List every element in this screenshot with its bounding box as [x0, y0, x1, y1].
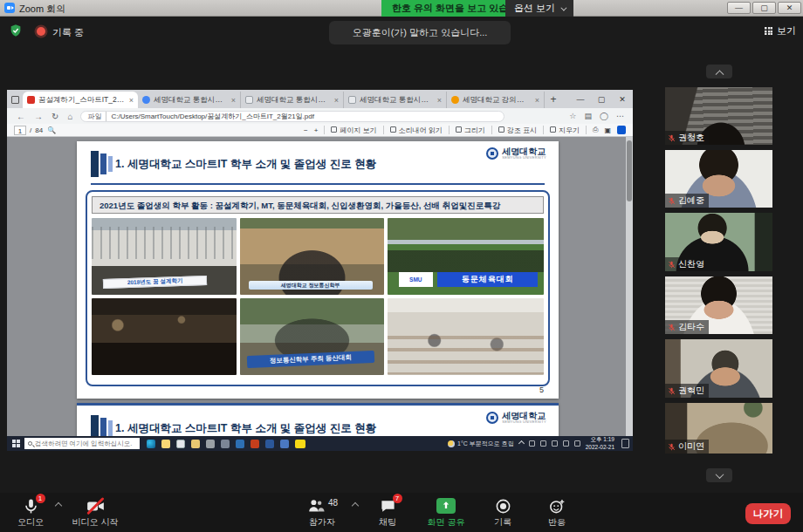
pdf-page-area: 1. 세명대학교 스마트IT 학부 소개 및 졸업생 진로 현황 세명대학교SE… — [7, 137, 633, 436]
url-path: C:/Users/SmartTouch/Desktop/꿈설계하기_스마트IT_… — [111, 112, 314, 121]
participant-video-tile[interactable]: 권청호 — [665, 87, 772, 145]
view-options-label: 옵션 보기 — [514, 3, 555, 13]
pdf-page-view-button: 페이지 보기 — [331, 126, 376, 135]
slide-title: 1. 세명대학교 스마트IT 학부 소개 및 졸업생 진로 현황 — [115, 157, 376, 172]
participant-video-tile[interactable]: 이미연 — [665, 403, 772, 454]
slide-header: 1. 세명대학교 스마트IT 학부 소개 및 졸업생 진로 현황 세명대학교SE… — [77, 141, 559, 185]
chat-button[interactable]: 7 채팅 — [367, 496, 408, 529]
reactions-label: 반응 — [548, 516, 566, 529]
zoom-in-icon: + — [314, 126, 319, 134]
pdf-draw-button: 그리기 — [456, 126, 485, 135]
store-icon — [176, 440, 185, 448]
more-options-icon: ⋯ — [616, 112, 624, 120]
participants-scroll-down-button[interactable] — [706, 468, 732, 482]
record-icon — [495, 498, 511, 515]
video-player-icon — [265, 440, 274, 448]
draw-icon — [456, 126, 462, 133]
participant-namebar: 김타수 — [665, 320, 709, 334]
participants-options-chevron[interactable] — [352, 502, 359, 509]
display-tray-icon — [552, 440, 558, 447]
participant-namebar: 김예중 — [665, 194, 709, 208]
address-field: 파일 C:/Users/SmartTouch/Desktop/꿈설계하기_스마트… — [80, 111, 504, 122]
participants-count: 48 — [328, 498, 338, 508]
browser-tab-pdf: 꿈설계하기_스마트IT_2월21일 × — [23, 92, 138, 108]
muted-mic-icon — [668, 197, 676, 205]
audio-button[interactable]: 1 오디오 — [9, 496, 52, 529]
kakaotalk-icon — [295, 440, 305, 448]
pdf-scrollbar-thumb — [627, 140, 632, 201]
powerpoint-icon — [251, 440, 259, 448]
photo-banner: 세명대학교 정보통신학부 — [249, 281, 373, 290]
page-favicon-icon — [245, 96, 253, 104]
home-icon: ⌂ — [67, 112, 72, 121]
photo-alumni-sports: SMU 동문체육대회 — [388, 218, 544, 295]
participant-name: 김타수 — [678, 321, 704, 333]
photo-banner: 동문체육대회 — [437, 272, 537, 287]
view-options-button[interactable]: 옵션 보기 — [505, 0, 573, 17]
participants-label: 참가자 — [309, 516, 335, 529]
participants-button[interactable]: 48 참가자 — [297, 496, 347, 529]
erase-icon — [550, 126, 556, 133]
weather-widget: 1°C 부분적으로 흐림 — [448, 440, 514, 448]
reactions-button[interactable]: 반응 — [535, 496, 579, 529]
share-screen-button[interactable]: 화면 공유 — [421, 496, 471, 529]
browser-tabstrip: 꿈설계하기_스마트IT_2월21일 × 세명대학교 통합시스템 - G × 세명… — [7, 90, 633, 108]
tab-label: 세명대학교 통합시스템 로그인 — [257, 95, 331, 106]
view-layout-label: 보기 — [777, 25, 796, 36]
participant-video-tile[interactable]: 신찬영 — [665, 213, 772, 271]
participant-video-tile[interactable]: 김타수 — [665, 276, 772, 334]
pdf-search-icon: 🔍 — [47, 126, 56, 134]
participant-namebar: 이미연 — [665, 440, 709, 454]
university-name-en: SEMYUNG UNIVERSITY — [502, 156, 546, 160]
chat-label: 채팅 — [379, 516, 396, 529]
minimize-button[interactable]: — — [727, 2, 751, 14]
tab-label: 세명대학교 통합시스템 (2017) — [360, 95, 434, 106]
network-icon — [563, 440, 569, 447]
muted-mic-icon — [668, 387, 676, 395]
participant-name: 권청호 — [678, 132, 704, 144]
audio-options-chevron[interactable] — [55, 502, 62, 509]
forward-icon: → — [34, 112, 43, 121]
page-separator: / — [30, 126, 31, 134]
shared-screen-video: 꿈설계하기_스마트IT_2월21일 × 세명대학교 통합시스템 - G × 세명… — [7, 90, 633, 451]
participant-video-tile[interactable]: 권혁민 — [665, 339, 772, 398]
refresh-icon: ↻ — [51, 112, 58, 121]
word-icon — [236, 440, 244, 448]
shared-windows-taskbar: 1°C 부분적으로 흐림 오후 1:192022-02-21 — [7, 436, 633, 451]
start-video-button[interactable]: 비디오 시작 — [66, 496, 124, 529]
browser-tab-2: 세명대학교 통합시스템 - G × — [138, 92, 241, 108]
tab-close-icon: × — [231, 96, 236, 105]
snip-tool-icon — [206, 440, 215, 448]
window-title: Zoom 회의 — [19, 3, 65, 16]
view-layout-button[interactable]: 보기 — [765, 24, 796, 38]
new-tab-icon: + — [545, 92, 562, 108]
window-controls: — ▢ ✕ — [727, 2, 801, 14]
weather-icon — [448, 440, 455, 447]
leave-meeting-button[interactable]: 나가기 — [745, 503, 791, 524]
windows-start-icon — [7, 436, 24, 451]
security-shield-icon[interactable] — [9, 24, 23, 38]
zoom-app-icon — [4, 3, 15, 13]
collections-icon: ▤ — [584, 112, 592, 120]
tab-label: 꿈설계하기_스마트IT_2월21일 — [38, 95, 126, 106]
participant-video-tile[interactable]: 김예중 — [665, 150, 772, 208]
pdf-page-total: 84 — [35, 126, 43, 134]
taskbar-clock: 오후 1:192022-02-21 — [586, 436, 614, 450]
pdf-scrollbar — [626, 137, 633, 436]
settings-icon — [221, 440, 230, 448]
close-button[interactable]: ✕ — [778, 2, 801, 14]
record-button[interactable]: 기록 — [483, 496, 523, 529]
pdf-slide-page-6: 1. 세명대학교 스마트IT 학부 소개 및 졸업생 진로 현황 세명대학교SE… — [77, 403, 559, 436]
start-video-label: 비디오 시작 — [72, 516, 119, 529]
muted-mic-icon — [668, 261, 676, 269]
record-label: 기록 — [494, 516, 511, 529]
read-aloud-icon — [390, 126, 396, 133]
slide-header: 1. 세명대학교 스마트IT 학부 소개 및 졸업생 진로 현황 세명대학교SE… — [77, 406, 559, 436]
clock-date: 2022-02-21 — [586, 444, 614, 451]
maximize-button[interactable]: ▢ — [752, 2, 776, 14]
photo-dream-semester: 2018년도 꿈 설계학기 — [92, 218, 237, 295]
title-accent-bars — [91, 151, 113, 177]
tab-label: 세명대학교 강의지원시스템 — [463, 95, 532, 106]
search-favicon-icon — [142, 96, 150, 104]
participants-scroll-up-button[interactable] — [706, 65, 732, 78]
